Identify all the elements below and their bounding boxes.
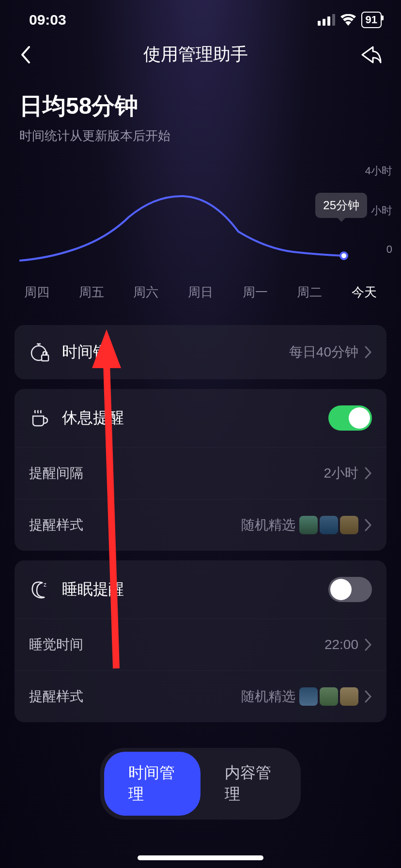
wifi-icon [340, 14, 356, 26]
share-button[interactable] [360, 45, 382, 64]
rest-style-label: 提醒样式 [29, 516, 241, 534]
rest-style-row[interactable]: 提醒样式 随机精选 [15, 499, 386, 551]
svg-rect-1 [323, 19, 325, 26]
sleep-card: z 睡眠提醒 睡觉时间 22:00 提醒样式 随机精选 [15, 560, 386, 722]
timelock-row[interactable]: 时间锁 每日40分钟 [15, 325, 386, 379]
svg-text:z: z [44, 581, 46, 588]
rest-style-value: 随机精选 [241, 516, 358, 534]
sleep-style-value: 随机精选 [241, 687, 358, 706]
status-icons: 91 [318, 12, 382, 28]
svg-rect-3 [332, 14, 335, 26]
sleep-style-row[interactable]: 提醒样式 随机精选 [15, 670, 386, 722]
svg-rect-2 [327, 16, 330, 26]
chevron-right-icon [364, 466, 372, 480]
svg-rect-0 [318, 21, 321, 26]
signal-icon [318, 14, 335, 26]
sleep-style-label: 提醒样式 [29, 687, 241, 706]
x-axis-labels: 周四 周五 周六 周日 周一 周二 今天 [0, 275, 401, 315]
timelock-label: 时间锁 [62, 341, 289, 363]
page-title: 使用管理助手 [31, 43, 360, 66]
home-indicator[interactable] [138, 855, 263, 860]
summary-block: 日均58分钟 时间统计从更新版本后开始 [0, 76, 401, 149]
svg-rect-6 [42, 355, 48, 361]
rest-toggle[interactable] [328, 405, 372, 431]
nav-bar: 使用管理助手 [0, 28, 401, 76]
y-axis-labels: 4小时 小时 0 [365, 164, 392, 256]
svg-point-4 [340, 252, 347, 259]
rest-interval-label: 提醒间隔 [29, 464, 324, 482]
chevron-left-icon [19, 45, 31, 64]
sleep-row: z 睡眠提醒 [15, 560, 386, 619]
back-button[interactable] [19, 45, 31, 64]
usage-chart[interactable]: 4小时 小时 0 25分钟 [0, 149, 401, 275]
cup-icon [30, 408, 49, 428]
timelock-value: 每日40分钟 [289, 343, 358, 361]
rest-card: 休息提醒 提醒间隔 2小时 提醒样式 随机精选 [15, 389, 386, 551]
rest-interval-value: 2小时 [324, 464, 358, 482]
timer-lock-icon [30, 342, 49, 362]
rest-style-thumbs [299, 516, 358, 534]
average-subtitle: 时间统计从更新版本后开始 [19, 127, 382, 144]
sleep-time-value: 22:00 [324, 637, 358, 652]
moon-icon: z [30, 580, 49, 599]
chevron-right-icon [364, 690, 372, 703]
chevron-right-icon [364, 518, 372, 532]
sleep-toggle[interactable] [328, 577, 372, 602]
rest-label: 休息提醒 [62, 407, 328, 429]
bottom-tabs: 时间管理 内容管理 [100, 748, 301, 820]
chart-line [19, 169, 349, 265]
status-bar: 09:03 91 [0, 0, 401, 28]
chevron-right-icon [364, 345, 372, 359]
sleep-label: 睡眠提醒 [62, 579, 328, 600]
rest-row: 休息提醒 [15, 389, 386, 447]
sleep-time-label: 睡觉时间 [29, 636, 324, 654]
average-title: 日均58分钟 [19, 91, 382, 122]
chevron-right-icon [364, 638, 372, 651]
timelock-card: 时间锁 每日40分钟 [15, 325, 386, 379]
status-time: 09:03 [29, 12, 66, 28]
battery-icon: 91 [361, 12, 382, 28]
chart-tooltip: 25分钟 [315, 193, 367, 218]
sleep-style-thumbs [299, 687, 358, 706]
share-icon [360, 45, 382, 64]
tab-time-management[interactable]: 时间管理 [104, 752, 200, 816]
rest-interval-row[interactable]: 提醒间隔 2小时 [15, 447, 386, 499]
sleep-time-row[interactable]: 睡觉时间 22:00 [15, 619, 386, 670]
tab-content-management[interactable]: 内容管理 [200, 752, 297, 816]
